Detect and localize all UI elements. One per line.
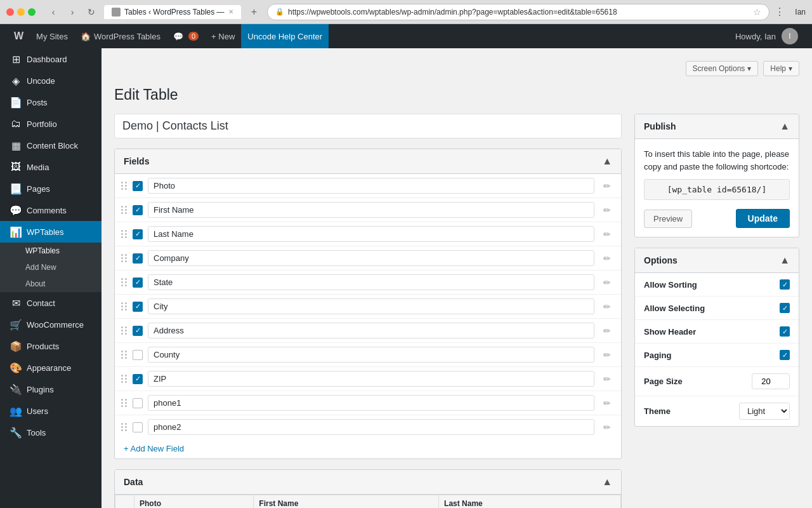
sidebar-item-posts[interactable]: 📄 Posts: [0, 91, 102, 113]
tab-close-button[interactable]: ✕: [228, 8, 233, 15]
bookmark-icon[interactable]: ☆: [753, 7, 761, 17]
field-name-lastname[interactable]: [148, 226, 594, 242]
data-table: Photo First Name Last Name: [115, 495, 621, 508]
address-bar[interactable]: 🔒 https://wpwebtools.com/wptables/wp-adm…: [267, 4, 769, 20]
sidebar-item-woocommerce[interactable]: 🛒 WooCommerce: [0, 314, 102, 335]
help-button[interactable]: Help ▾: [763, 61, 799, 76]
close-dot[interactable]: [6, 8, 14, 16]
paging-checkbox[interactable]: [780, 350, 790, 360]
field-edit-button[interactable]: ✏: [599, 349, 615, 361]
field-checkbox-zip[interactable]: [133, 374, 143, 384]
field-checkbox-phone1[interactable]: [133, 398, 143, 408]
sidebar-item-users[interactable]: 👥 Users: [0, 400, 102, 422]
field-edit-button[interactable]: ✏: [599, 324, 615, 337]
drag-handle[interactable]: [121, 326, 128, 335]
field-name-zip[interactable]: [148, 371, 594, 387]
field-name-county[interactable]: [148, 347, 594, 363]
refresh-button[interactable]: ↻: [84, 4, 99, 20]
field-name-firstname[interactable]: [148, 202, 594, 218]
minimize-dot[interactable]: [17, 8, 25, 16]
add-new-field-link[interactable]: + Add New Field: [115, 439, 193, 458]
field-edit-button[interactable]: ✏: [599, 397, 615, 410]
sidebar-item-tools[interactable]: 🔧 Tools: [0, 422, 102, 443]
field-checkbox-company[interactable]: [133, 253, 143, 264]
publish-collapse-button[interactable]: ▲: [780, 121, 790, 132]
field-checkbox-phone2[interactable]: [133, 422, 143, 432]
options-collapse-button[interactable]: ▲: [780, 255, 790, 266]
sidebar-item-products[interactable]: 📦 Products: [0, 335, 102, 357]
field-edit-button[interactable]: ✏: [599, 276, 615, 289]
table-name-input[interactable]: [114, 114, 622, 138]
drag-handle[interactable]: [121, 254, 128, 262]
show-header-checkbox[interactable]: [780, 326, 790, 337]
new-item[interactable]: + New: [205, 24, 241, 48]
browser-menu-icon[interactable]: ⋮: [775, 6, 785, 18]
field-name-city[interactable]: [148, 298, 594, 314]
my-sites-item[interactable]: My Sites: [30, 24, 74, 48]
field-checkbox-photo[interactable]: [133, 181, 143, 191]
sidebar-item-uncode[interactable]: ◈ Uncode: [0, 70, 102, 91]
field-name-photo[interactable]: [148, 178, 594, 194]
field-name-state[interactable]: [148, 274, 594, 290]
field-edit-button[interactable]: ✏: [599, 180, 615, 192]
drag-handle[interactable]: [121, 423, 128, 431]
field-checkbox-county[interactable]: [133, 350, 143, 360]
comments-item[interactable]: 💬 0: [167, 24, 205, 48]
drag-handle[interactable]: [121, 182, 128, 190]
sidebar-item-contact[interactable]: ✉ Contact: [0, 292, 102, 314]
drag-handle[interactable]: [121, 206, 128, 214]
drag-handle[interactable]: [121, 375, 128, 383]
sidebar-subitem-wptables[interactable]: WPTables: [0, 243, 102, 259]
fields-collapse-button[interactable]: ▲: [602, 156, 612, 167]
sidebar-item-appearance[interactable]: 🎨 Appearance: [0, 357, 102, 378]
sidebar-item-media[interactable]: 🖼 Media: [0, 156, 102, 178]
drag-handle[interactable]: [121, 399, 128, 407]
sidebar-item-pages[interactable]: 📃 Pages: [0, 178, 102, 199]
field-checkbox-lastname[interactable]: [133, 229, 143, 239]
new-tab-button[interactable]: +: [246, 4, 262, 20]
screen-options-button[interactable]: Screen Options ▾: [686, 61, 759, 76]
sidebar-item-dashboard[interactable]: ⊞ Dashboard: [0, 48, 102, 70]
allow-sorting-checkbox[interactable]: [780, 279, 790, 290]
field-edit-button[interactable]: ✏: [599, 228, 615, 241]
field-name-phone2[interactable]: [148, 419, 594, 435]
wp-logo-item[interactable]: W: [8, 24, 30, 48]
sidebar-item-wptables[interactable]: 📊 WPTables: [0, 221, 102, 243]
drag-handle[interactable]: [121, 278, 128, 286]
sidebar-item-content-block[interactable]: ▦ Content Block: [0, 135, 102, 156]
field-edit-button[interactable]: ✏: [599, 300, 615, 313]
sidebar-subitem-about[interactable]: About: [0, 276, 102, 292]
help-center-item[interactable]: Uncode Help Center: [241, 24, 329, 48]
sidebar-item-comments[interactable]: 💬 Comments: [0, 199, 102, 221]
field-name-address[interactable]: [148, 323, 594, 338]
field-edit-button[interactable]: ✏: [599, 252, 615, 265]
forward-button[interactable]: ›: [65, 4, 80, 20]
maximize-dot[interactable]: [28, 8, 36, 16]
field-edit-button[interactable]: ✏: [599, 373, 615, 385]
drag-handle[interactable]: [121, 302, 128, 311]
sidebar-item-portfolio[interactable]: 🗂 Portfolio: [0, 113, 102, 135]
data-collapse-button[interactable]: ▲: [602, 476, 612, 488]
field-name-phone1[interactable]: [148, 395, 594, 411]
field-name-company[interactable]: [148, 250, 594, 266]
site-name-item[interactable]: 🏠 WordPress Tables: [74, 24, 167, 48]
allow-selecting-checkbox[interactable]: [780, 303, 790, 313]
sidebar-subitem-add-new[interactable]: Add New: [0, 259, 102, 276]
sidebar-item-plugins[interactable]: 🔌 Plugins: [0, 378, 102, 400]
field-checkbox-address[interactable]: [133, 326, 143, 336]
drag-handle[interactable]: [121, 351, 128, 359]
field-checkbox-state[interactable]: [133, 277, 143, 288]
browser-tab[interactable]: Tables ‹ WordPress Tables — ✕: [104, 5, 241, 19]
theme-select[interactable]: Light Dark Default: [739, 403, 790, 420]
howdy-item[interactable]: Howdy, Ian I: [729, 24, 804, 48]
field-checkbox-firstname[interactable]: [133, 205, 143, 215]
back-button[interactable]: ‹: [46, 4, 61, 20]
field-edit-button[interactable]: ✏: [599, 204, 615, 217]
page-size-input[interactable]: [752, 373, 790, 389]
field-edit-button[interactable]: ✏: [599, 421, 615, 434]
update-button[interactable]: Update: [736, 209, 790, 228]
drag-handle[interactable]: [121, 230, 128, 238]
shortcode-box[interactable]: [wp_table id=65618/]: [644, 179, 790, 200]
field-checkbox-city[interactable]: [133, 302, 143, 312]
preview-button[interactable]: Preview: [644, 210, 692, 228]
